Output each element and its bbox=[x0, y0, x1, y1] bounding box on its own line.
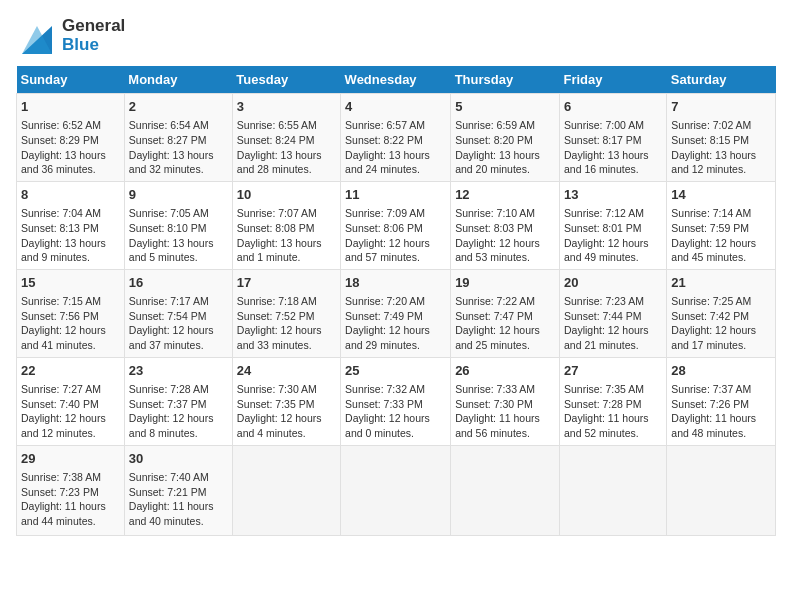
sunset-text: Sunset: 7:23 PM bbox=[21, 486, 99, 498]
daylight-text: Daylight: 11 hours and 40 minutes. bbox=[129, 500, 214, 527]
daylight-text: Daylight: 13 hours and 32 minutes. bbox=[129, 149, 214, 176]
sunrise-text: Sunrise: 6:57 AM bbox=[345, 119, 425, 131]
day-number: 25 bbox=[345, 362, 446, 380]
calendar-week-row: 1Sunrise: 6:52 AMSunset: 8:29 PMDaylight… bbox=[17, 94, 776, 182]
daylight-text: Daylight: 12 hours and 33 minutes. bbox=[237, 324, 322, 351]
sunset-text: Sunset: 7:40 PM bbox=[21, 398, 99, 410]
daylight-text: Daylight: 12 hours and 57 minutes. bbox=[345, 237, 430, 264]
sunrise-text: Sunrise: 7:05 AM bbox=[129, 207, 209, 219]
sunrise-text: Sunrise: 7:23 AM bbox=[564, 295, 644, 307]
calendar-week-row: 15Sunrise: 7:15 AMSunset: 7:56 PMDayligh… bbox=[17, 269, 776, 357]
sunrise-text: Sunrise: 7:12 AM bbox=[564, 207, 644, 219]
col-thursday: Thursday bbox=[451, 66, 560, 94]
daylight-text: Daylight: 12 hours and 37 minutes. bbox=[129, 324, 214, 351]
daylight-text: Daylight: 13 hours and 9 minutes. bbox=[21, 237, 106, 264]
calendar-week-row: 8Sunrise: 7:04 AMSunset: 8:13 PMDaylight… bbox=[17, 181, 776, 269]
calendar-cell: 16Sunrise: 7:17 AMSunset: 7:54 PMDayligh… bbox=[124, 269, 232, 357]
day-number: 20 bbox=[564, 274, 662, 292]
logo-general: General bbox=[62, 17, 125, 36]
daylight-text: Daylight: 12 hours and 29 minutes. bbox=[345, 324, 430, 351]
calendar-cell: 9Sunrise: 7:05 AMSunset: 8:10 PMDaylight… bbox=[124, 181, 232, 269]
calendar-cell: 28Sunrise: 7:37 AMSunset: 7:26 PMDayligh… bbox=[667, 357, 776, 445]
sunset-text: Sunset: 8:29 PM bbox=[21, 134, 99, 146]
calendar-cell: 20Sunrise: 7:23 AMSunset: 7:44 PMDayligh… bbox=[559, 269, 666, 357]
calendar-cell: 30Sunrise: 7:40 AMSunset: 7:21 PMDayligh… bbox=[124, 445, 232, 535]
day-number: 1 bbox=[21, 98, 120, 116]
daylight-text: Daylight: 13 hours and 1 minute. bbox=[237, 237, 322, 264]
sunrise-text: Sunrise: 7:28 AM bbox=[129, 383, 209, 395]
sunset-text: Sunset: 7:44 PM bbox=[564, 310, 642, 322]
day-number: 19 bbox=[455, 274, 555, 292]
calendar-cell: 12Sunrise: 7:10 AMSunset: 8:03 PMDayligh… bbox=[451, 181, 560, 269]
calendar-cell: 8Sunrise: 7:04 AMSunset: 8:13 PMDaylight… bbox=[17, 181, 125, 269]
daylight-text: Daylight: 12 hours and 4 minutes. bbox=[237, 412, 322, 439]
day-number: 27 bbox=[564, 362, 662, 380]
daylight-text: Daylight: 12 hours and 0 minutes. bbox=[345, 412, 430, 439]
sunset-text: Sunset: 7:37 PM bbox=[129, 398, 207, 410]
calendar-cell bbox=[559, 445, 666, 535]
calendar-cell bbox=[667, 445, 776, 535]
col-saturday: Saturday bbox=[667, 66, 776, 94]
sunrise-text: Sunrise: 7:38 AM bbox=[21, 471, 101, 483]
calendar-cell: 13Sunrise: 7:12 AMSunset: 8:01 PMDayligh… bbox=[559, 181, 666, 269]
day-number: 18 bbox=[345, 274, 446, 292]
sunset-text: Sunset: 7:21 PM bbox=[129, 486, 207, 498]
sunrise-text: Sunrise: 7:14 AM bbox=[671, 207, 751, 219]
calendar-cell: 18Sunrise: 7:20 AMSunset: 7:49 PMDayligh… bbox=[341, 269, 451, 357]
calendar-cell: 15Sunrise: 7:15 AMSunset: 7:56 PMDayligh… bbox=[17, 269, 125, 357]
sunrise-text: Sunrise: 6:52 AM bbox=[21, 119, 101, 131]
sunset-text: Sunset: 8:13 PM bbox=[21, 222, 99, 234]
calendar-cell: 4Sunrise: 6:57 AMSunset: 8:22 PMDaylight… bbox=[341, 94, 451, 182]
sunset-text: Sunset: 7:52 PM bbox=[237, 310, 315, 322]
sunset-text: Sunset: 7:35 PM bbox=[237, 398, 315, 410]
col-wednesday: Wednesday bbox=[341, 66, 451, 94]
calendar-cell: 26Sunrise: 7:33 AMSunset: 7:30 PMDayligh… bbox=[451, 357, 560, 445]
sunrise-text: Sunrise: 7:33 AM bbox=[455, 383, 535, 395]
col-sunday: Sunday bbox=[17, 66, 125, 94]
day-number: 7 bbox=[671, 98, 771, 116]
sunset-text: Sunset: 8:27 PM bbox=[129, 134, 207, 146]
daylight-text: Daylight: 12 hours and 8 minutes. bbox=[129, 412, 214, 439]
sunset-text: Sunset: 8:06 PM bbox=[345, 222, 423, 234]
daylight-text: Daylight: 11 hours and 44 minutes. bbox=[21, 500, 106, 527]
calendar-cell: 23Sunrise: 7:28 AMSunset: 7:37 PMDayligh… bbox=[124, 357, 232, 445]
calendar-cell: 17Sunrise: 7:18 AMSunset: 7:52 PMDayligh… bbox=[232, 269, 340, 357]
sunrise-text: Sunrise: 7:10 AM bbox=[455, 207, 535, 219]
sunrise-text: Sunrise: 6:59 AM bbox=[455, 119, 535, 131]
calendar-cell: 19Sunrise: 7:22 AMSunset: 7:47 PMDayligh… bbox=[451, 269, 560, 357]
day-number: 13 bbox=[564, 186, 662, 204]
daylight-text: Daylight: 12 hours and 12 minutes. bbox=[21, 412, 106, 439]
day-number: 10 bbox=[237, 186, 336, 204]
day-number: 17 bbox=[237, 274, 336, 292]
calendar-cell: 24Sunrise: 7:30 AMSunset: 7:35 PMDayligh… bbox=[232, 357, 340, 445]
logo-blue: Blue bbox=[62, 36, 125, 55]
sunrise-text: Sunrise: 7:30 AM bbox=[237, 383, 317, 395]
sunrise-text: Sunrise: 7:32 AM bbox=[345, 383, 425, 395]
col-friday: Friday bbox=[559, 66, 666, 94]
calendar-cell: 3Sunrise: 6:55 AMSunset: 8:24 PMDaylight… bbox=[232, 94, 340, 182]
daylight-text: Daylight: 11 hours and 56 minutes. bbox=[455, 412, 540, 439]
day-number: 14 bbox=[671, 186, 771, 204]
sunrise-text: Sunrise: 7:07 AM bbox=[237, 207, 317, 219]
calendar-cell: 5Sunrise: 6:59 AMSunset: 8:20 PMDaylight… bbox=[451, 94, 560, 182]
daylight-text: Daylight: 13 hours and 12 minutes. bbox=[671, 149, 756, 176]
col-monday: Monday bbox=[124, 66, 232, 94]
calendar-cell: 22Sunrise: 7:27 AMSunset: 7:40 PMDayligh… bbox=[17, 357, 125, 445]
daylight-text: Daylight: 13 hours and 36 minutes. bbox=[21, 149, 106, 176]
daylight-text: Daylight: 11 hours and 52 minutes. bbox=[564, 412, 649, 439]
sunset-text: Sunset: 8:20 PM bbox=[455, 134, 533, 146]
sunset-text: Sunset: 8:24 PM bbox=[237, 134, 315, 146]
daylight-text: Daylight: 12 hours and 25 minutes. bbox=[455, 324, 540, 351]
sunset-text: Sunset: 8:01 PM bbox=[564, 222, 642, 234]
page-container: General Blue Sunday Monday Tuesday Wedne… bbox=[16, 16, 776, 536]
daylight-text: Daylight: 13 hours and 28 minutes. bbox=[237, 149, 322, 176]
sunset-text: Sunset: 7:26 PM bbox=[671, 398, 749, 410]
day-number: 2 bbox=[129, 98, 228, 116]
calendar-cell: 6Sunrise: 7:00 AMSunset: 8:17 PMDaylight… bbox=[559, 94, 666, 182]
day-number: 22 bbox=[21, 362, 120, 380]
sunset-text: Sunset: 8:10 PM bbox=[129, 222, 207, 234]
day-number: 26 bbox=[455, 362, 555, 380]
day-number: 4 bbox=[345, 98, 446, 116]
daylight-text: Daylight: 13 hours and 24 minutes. bbox=[345, 149, 430, 176]
sunrise-text: Sunrise: 7:37 AM bbox=[671, 383, 751, 395]
